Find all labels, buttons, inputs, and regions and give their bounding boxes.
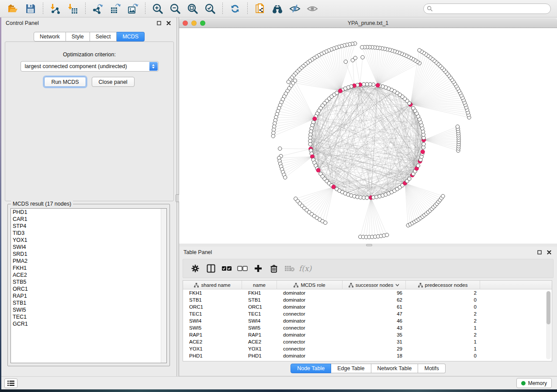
mcds-result-item[interactable]: STB5 xyxy=(11,279,166,285)
mcds-result-item[interactable]: STB1 xyxy=(11,299,166,306)
network-window-titlebar[interactable]: YPA_prune.txt_1 xyxy=(179,18,557,28)
mcds-result-item[interactable]: RAP1 xyxy=(11,292,166,299)
criterion-dropdown[interactable]: largest connected component (undirected) xyxy=(21,61,159,72)
column-header-predecessor-nodes[interactable]: predecessor nodes xyxy=(406,281,480,289)
table-row[interactable]: TEC1TEC1connector472 xyxy=(183,310,552,317)
leaf-node[interactable] xyxy=(353,56,357,60)
table-row[interactable]: YOX1YOX1connector291 xyxy=(183,345,552,352)
column-header-MCDS-role[interactable]: MCDS role xyxy=(277,281,343,289)
share-document-button[interactable] xyxy=(253,2,267,15)
hide-selected-button[interactable] xyxy=(287,2,302,15)
mcds-result-item[interactable]: TID3 xyxy=(11,230,166,237)
tab-network[interactable]: Network xyxy=(34,32,66,41)
mcds-result-item[interactable]: TEC1 xyxy=(11,313,166,320)
column-header-successor-nodes[interactable]: successor nodes xyxy=(343,281,406,289)
settings-gear-button[interactable] xyxy=(187,262,203,275)
task-history-button[interactable] xyxy=(4,378,17,388)
close-panel-icon[interactable] xyxy=(546,249,553,255)
add-column-button[interactable] xyxy=(250,262,266,275)
zoom-in-button[interactable] xyxy=(150,2,165,15)
table-row[interactable]: STB1STB1dominator620 xyxy=(183,296,552,303)
ring-node[interactable] xyxy=(416,164,420,167)
tab-mcds[interactable]: MCDS xyxy=(117,32,145,41)
ring-node[interactable] xyxy=(422,142,426,146)
run-mcds-button[interactable]: Run MCDS xyxy=(44,77,86,87)
search-input[interactable] xyxy=(423,3,551,14)
table-scrollbar[interactable] xyxy=(546,291,551,359)
leaf-node[interactable] xyxy=(287,80,290,83)
mcds-result-item[interactable]: YOX1 xyxy=(11,237,166,244)
destroy-table-button[interactable] xyxy=(282,262,298,275)
ring-node[interactable] xyxy=(412,107,415,110)
horizontal-splitter[interactable] xyxy=(179,244,557,247)
import-network-button[interactable] xyxy=(48,2,63,15)
table-row[interactable]: SWI5SWI5connector431 xyxy=(183,324,552,331)
memory-button[interactable]: Memory xyxy=(516,378,552,388)
tab-select[interactable]: Select xyxy=(90,32,117,41)
leaf-node[interactable] xyxy=(361,55,364,59)
tab-style[interactable]: Style xyxy=(66,32,90,41)
mcds-result-list[interactable]: PHD1CAR1STP4TID3YOX1SWI4SRD1PMA2FKH1ACE2… xyxy=(10,208,167,363)
leaf-node[interactable] xyxy=(344,60,347,63)
column-header-name[interactable]: name xyxy=(242,281,277,289)
delete-column-button[interactable] xyxy=(266,262,282,275)
leaf-node[interactable] xyxy=(271,134,275,138)
ring-node[interactable] xyxy=(308,142,312,146)
mcds-dominator-node[interactable] xyxy=(376,83,380,87)
save-button[interactable] xyxy=(23,2,38,15)
zoom-selected-button[interactable] xyxy=(203,2,218,15)
splitter-grip[interactable] xyxy=(366,244,372,246)
mcds-result-item[interactable]: ORC1 xyxy=(11,285,166,292)
open-file-button[interactable] xyxy=(6,2,21,15)
tab-edge-table[interactable]: Edge Table xyxy=(331,364,371,373)
leaf-node[interactable] xyxy=(456,125,459,128)
tab-network-table[interactable]: Network Table xyxy=(371,364,419,373)
table-row[interactable]: RAP1RAP1dominator352 xyxy=(183,331,552,338)
mcds-dominator-node[interactable] xyxy=(316,168,320,172)
tab-node-table[interactable]: Node Table xyxy=(291,364,331,373)
mcds-result-item[interactable]: SRD1 xyxy=(11,251,166,258)
mcds-result-item[interactable]: STP4 xyxy=(11,223,166,230)
float-panel-icon[interactable] xyxy=(156,20,163,26)
float-panel-icon[interactable] xyxy=(536,249,543,255)
import-table-button[interactable] xyxy=(66,2,80,15)
find-button[interactable] xyxy=(270,2,285,15)
table-row[interactable]: ACE2ACE2connector311 xyxy=(183,338,552,345)
table-row[interactable]: FKH1FKH1dominator962 xyxy=(183,289,552,296)
refresh-button[interactable] xyxy=(228,2,242,15)
mcds-result-item[interactable]: FKH1 xyxy=(11,265,166,272)
leaf-node[interactable] xyxy=(385,233,389,237)
export-image-button[interactable] xyxy=(125,2,140,15)
mcds-result-item[interactable]: SWI5 xyxy=(11,306,166,313)
table-scrollbar-thumb[interactable] xyxy=(547,291,550,324)
mcds-result-item[interactable]: SWI4 xyxy=(11,244,166,251)
table-row[interactable]: PHD1PHD1dominator180 xyxy=(183,352,552,359)
split-panel-button[interactable] xyxy=(203,262,219,275)
mcds-dominator-node[interactable] xyxy=(421,150,425,154)
leaf-node[interactable] xyxy=(360,45,364,49)
leaf-node[interactable] xyxy=(418,48,421,52)
table-row[interactable]: SWI4SWI4dominator462 xyxy=(183,317,552,324)
ring-node[interactable] xyxy=(408,177,411,180)
table-row[interactable]: ORC1ORC1dominator610 xyxy=(183,303,552,310)
ring-node[interactable] xyxy=(362,83,366,86)
mcds-result-item[interactable]: CAR1 xyxy=(11,216,166,223)
export-network-button[interactable] xyxy=(90,2,105,15)
network-canvas[interactable] xyxy=(179,28,557,244)
zoom-fit-button[interactable] xyxy=(185,2,200,15)
mcds-result-item[interactable]: PHD1 xyxy=(11,209,166,216)
mcds-dominator-node[interactable] xyxy=(338,89,342,93)
mcds-result-item[interactable]: GCR1 xyxy=(11,320,166,327)
close-panel-icon[interactable] xyxy=(165,20,172,26)
show-all-button[interactable] xyxy=(305,2,320,15)
result-list-scrollbar[interactable] xyxy=(161,209,166,363)
close-panel-button[interactable]: Close panel xyxy=(92,77,135,87)
ring-node[interactable] xyxy=(365,196,369,199)
function-builder-button[interactable]: f(x) xyxy=(298,262,313,275)
tab-motifs[interactable]: Motifs xyxy=(418,364,445,373)
export-table-button[interactable] xyxy=(108,2,123,15)
zoom-out-button[interactable] xyxy=(168,2,183,15)
leaf-node[interactable] xyxy=(441,194,445,198)
mcds-result-item[interactable]: PMA2 xyxy=(11,258,166,265)
deselect-all-button[interactable] xyxy=(235,262,250,275)
